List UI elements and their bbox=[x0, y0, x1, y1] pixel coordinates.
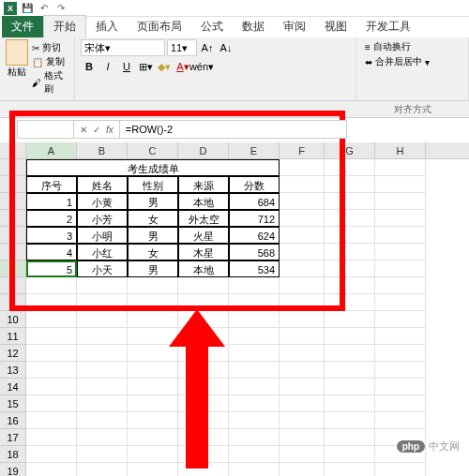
cell[interactable] bbox=[229, 311, 280, 328]
cell[interactable] bbox=[375, 311, 426, 328]
cell[interactable] bbox=[128, 277, 178, 294]
cell[interactable] bbox=[280, 210, 325, 227]
cell[interactable] bbox=[280, 260, 325, 277]
row-header-6[interactable] bbox=[0, 244, 26, 260]
cell[interactable] bbox=[280, 159, 325, 176]
cell[interactable] bbox=[178, 429, 229, 446]
tab-data[interactable]: 数据 bbox=[233, 16, 274, 37]
row-header-16[interactable]: 16 bbox=[0, 412, 26, 429]
cell[interactable] bbox=[325, 429, 375, 446]
cell[interactable] bbox=[178, 277, 229, 294]
col-header-G[interactable]: G bbox=[325, 142, 375, 158]
cell[interactable] bbox=[325, 362, 375, 379]
cell[interactable] bbox=[178, 463, 229, 476]
cell[interactable] bbox=[325, 311, 375, 328]
table-cell[interactable]: 3 bbox=[26, 227, 77, 244]
table-cell[interactable]: 男 bbox=[128, 260, 178, 277]
underline-button[interactable]: U bbox=[118, 58, 135, 75]
redo-icon[interactable]: ↷ bbox=[54, 2, 68, 15]
cell[interactable] bbox=[26, 277, 77, 294]
row-header-19[interactable]: 19 bbox=[0, 463, 26, 476]
cell[interactable] bbox=[128, 446, 178, 463]
cell[interactable] bbox=[128, 379, 178, 395]
cell[interactable] bbox=[280, 395, 325, 412]
cell[interactable] bbox=[375, 345, 426, 362]
cell[interactable] bbox=[280, 345, 325, 362]
cell[interactable] bbox=[375, 210, 426, 227]
paste-button[interactable]: 粘贴 bbox=[6, 39, 28, 96]
table-cell[interactable]: 男 bbox=[128, 227, 178, 244]
cell[interactable] bbox=[280, 446, 325, 463]
tab-home[interactable]: 开始 bbox=[43, 15, 86, 37]
cell[interactable] bbox=[77, 463, 128, 476]
font-size-select[interactable]: 11 ▾ bbox=[167, 39, 197, 56]
table-cell[interactable]: 684 bbox=[229, 193, 280, 210]
tab-dev[interactable]: 开发工具 bbox=[356, 16, 420, 37]
cut-button[interactable]: ✂剪切 bbox=[32, 41, 68, 54]
cell[interactable] bbox=[229, 429, 280, 446]
cell[interactable] bbox=[229, 412, 280, 429]
cell[interactable] bbox=[375, 328, 426, 345]
table-cell[interactable]: 712 bbox=[229, 210, 280, 227]
cell[interactable] bbox=[77, 429, 128, 446]
cell[interactable] bbox=[128, 395, 178, 412]
cell[interactable] bbox=[280, 412, 325, 429]
table-cell[interactable]: 小红 bbox=[77, 244, 128, 260]
formula-input[interactable]: =ROW()-2 bbox=[120, 121, 346, 138]
row-header-9[interactable]: 9 bbox=[0, 294, 26, 311]
table-cell[interactable]: 女 bbox=[128, 210, 178, 227]
row-header-7[interactable] bbox=[0, 260, 26, 277]
cell[interactable] bbox=[178, 362, 229, 379]
cell[interactable] bbox=[77, 412, 128, 429]
cell[interactable] bbox=[375, 294, 426, 311]
cell[interactable] bbox=[325, 159, 375, 176]
cell[interactable] bbox=[178, 412, 229, 429]
row-header-15[interactable]: 15 bbox=[0, 395, 26, 412]
cell[interactable] bbox=[325, 446, 375, 463]
table-cell[interactable]: 火星 bbox=[178, 227, 229, 244]
font-name-select[interactable]: 宋体 ▾ bbox=[81, 39, 165, 56]
cell[interactable] bbox=[280, 429, 325, 446]
cell[interactable] bbox=[26, 412, 77, 429]
cell[interactable] bbox=[178, 395, 229, 412]
undo-icon[interactable]: ↶ bbox=[38, 2, 51, 15]
cell[interactable] bbox=[325, 277, 375, 294]
cell[interactable] bbox=[325, 463, 375, 476]
cell[interactable] bbox=[325, 227, 375, 244]
table-cell[interactable]: 5 bbox=[26, 260, 77, 277]
fill-color-button[interactable]: ◆▾ bbox=[156, 58, 173, 75]
cell[interactable] bbox=[375, 395, 426, 412]
cell[interactable] bbox=[77, 328, 128, 345]
cell[interactable] bbox=[375, 463, 426, 476]
table-cell[interactable]: 2 bbox=[26, 210, 77, 227]
cell[interactable] bbox=[325, 193, 375, 210]
cell[interactable] bbox=[375, 362, 426, 379]
italic-button[interactable]: I bbox=[99, 58, 116, 75]
cell[interactable] bbox=[128, 362, 178, 379]
table-header[interactable]: 性别 bbox=[128, 176, 178, 193]
cell[interactable] bbox=[178, 328, 229, 345]
table-header[interactable]: 分数 bbox=[229, 176, 280, 193]
table-title[interactable]: 考生成绩单 bbox=[26, 159, 280, 176]
cell[interactable] bbox=[229, 345, 280, 362]
table-cell[interactable]: 本地 bbox=[178, 260, 229, 277]
table-cell[interactable]: 568 bbox=[229, 244, 280, 260]
bold-button[interactable]: B bbox=[81, 58, 98, 75]
cell[interactable] bbox=[280, 328, 325, 345]
cell[interactable] bbox=[26, 446, 77, 463]
table-header[interactable]: 姓名 bbox=[77, 176, 128, 193]
cell[interactable] bbox=[26, 463, 77, 476]
cell[interactable] bbox=[229, 328, 280, 345]
cell[interactable] bbox=[375, 412, 426, 429]
phonetic-button[interactable]: wén▾ bbox=[193, 58, 210, 75]
copy-button[interactable]: 📋复制 bbox=[32, 55, 68, 68]
cell[interactable] bbox=[375, 277, 426, 294]
table-cell[interactable]: 木星 bbox=[178, 244, 229, 260]
cell[interactable] bbox=[77, 362, 128, 379]
table-cell[interactable]: 624 bbox=[229, 227, 280, 244]
cell[interactable] bbox=[325, 244, 375, 260]
cell[interactable] bbox=[229, 277, 280, 294]
table-cell[interactable]: 小天 bbox=[77, 260, 128, 277]
cell[interactable] bbox=[325, 176, 375, 193]
format-painter-button[interactable]: 🖌格式刷 bbox=[32, 69, 68, 96]
